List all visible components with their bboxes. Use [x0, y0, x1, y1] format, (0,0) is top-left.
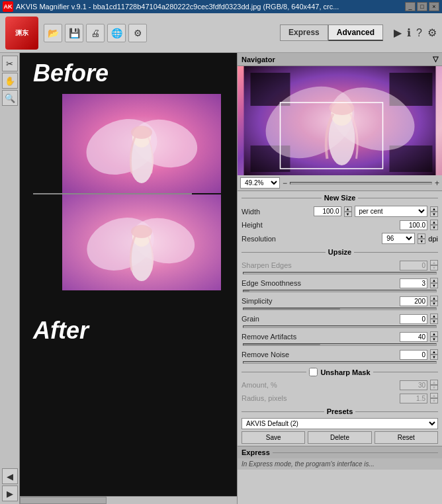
section-line-left2 — [242, 252, 326, 253]
close-button[interactable]: × — [429, 2, 439, 11]
advanced-mode-button[interactable]: Advanced — [328, 24, 383, 41]
resolution-label: Resolution — [242, 235, 379, 243]
grain-slider-row[interactable] — [238, 325, 442, 330]
crop-tool-button[interactable]: ✂ — [2, 56, 18, 71]
help-icon[interactable]: ? — [416, 27, 422, 39]
grain-spinner: ▲ ▼ — [430, 314, 438, 324]
remove-noise-input[interactable] — [400, 350, 427, 360]
zoom-bar: 49.2% − + — [238, 175, 442, 191]
simplicity-input[interactable] — [400, 296, 427, 306]
unsharp-mask-label[interactable]: Unsharp Mask — [320, 368, 370, 376]
preset-select[interactable]: AKVIS Default (2) — [242, 418, 438, 429]
info-icon[interactable]: ℹ — [407, 26, 411, 39]
simplicity-label: Simplicity — [242, 297, 397, 305]
width-spinner: ▲ ▼ — [344, 206, 352, 217]
edge-smoothness-slider-row[interactable] — [238, 290, 442, 294]
edge-smoothness-spinner: ▲ ▼ — [430, 278, 438, 288]
width-row: Width ▲ ▼ per cent ▲ ▼ — [238, 204, 442, 218]
height-input[interactable] — [400, 220, 427, 230]
pan-tool-button[interactable]: ✋ — [2, 73, 18, 89]
remove-noise-up-button[interactable]: ▲ — [430, 349, 438, 355]
sharpen-edges-label: Sharpen Edges — [242, 261, 397, 269]
grain-slider[interactable] — [243, 325, 437, 328]
edge-smoothness-slider[interactable] — [243, 290, 437, 292]
zoom-in-icon[interactable]: + — [435, 179, 439, 188]
maximize-button[interactable]: □ — [417, 2, 427, 11]
zoom-select[interactable]: 49.2% — [240, 177, 280, 189]
grain-up-button[interactable]: ▲ — [430, 314, 438, 319]
play-icon[interactable]: ▶ — [394, 26, 402, 39]
express-mode-button[interactable]: Express — [280, 24, 328, 41]
resolution-up-button[interactable]: ▲ — [418, 233, 425, 239]
zoom-tool-button[interactable]: 🔍 — [2, 90, 18, 106]
canvas-area[interactable]: Before — [20, 53, 237, 504]
save-preset-button[interactable]: Save — [242, 431, 305, 444]
remove-noise-slider[interactable] — [243, 361, 437, 364]
width-input[interactable] — [314, 206, 341, 216]
zoom-out-icon[interactable]: − — [283, 179, 287, 188]
remove-artifacts-down-button[interactable]: ▼ — [430, 337, 438, 342]
radius-up-button: ▲ — [430, 393, 438, 398]
horizontal-scrollbar[interactable] — [20, 496, 237, 504]
unit-down-button[interactable]: ▼ — [430, 212, 438, 217]
new-size-section-header: New Size — [238, 191, 442, 204]
settings-icon[interactable]: ⚙ — [128, 24, 147, 42]
minimize-button[interactable]: _ — [405, 2, 416, 11]
globe-icon[interactable]: 🌐 — [107, 24, 126, 42]
next-page-button[interactable]: ▶ — [2, 485, 18, 501]
express-description: In Express mode, the program's interface… — [238, 458, 442, 470]
height-row: Height ▲ ▼ — [238, 218, 442, 231]
remove-noise-down-button[interactable]: ▼ — [430, 355, 438, 360]
resolution-select[interactable]: 96 — [382, 233, 415, 244]
navigator-title: Navigator — [242, 56, 275, 63]
after-label: After — [20, 317, 237, 345]
unsharp-mask-checkbox[interactable] — [309, 368, 318, 376]
resolution-row: Resolution 96 ▲ ▼ dpi — [238, 231, 442, 245]
simplicity-up-button[interactable]: ▲ — [430, 296, 438, 301]
edge-smoothness-down-button[interactable]: ▼ — [430, 283, 438, 288]
navigator-collapse-icon[interactable]: ▽ — [433, 55, 438, 63]
remove-artifacts-slider-fill — [243, 344, 320, 345]
width-unit-select[interactable]: per cent — [355, 206, 428, 217]
delete-preset-button[interactable]: Delete — [308, 431, 371, 444]
sharpen-edges-input — [400, 261, 427, 271]
height-up-button[interactable]: ▲ — [430, 220, 438, 225]
remove-noise-row: Remove Noise ▲ ▼ — [238, 348, 442, 361]
edge-smoothness-input[interactable] — [400, 278, 427, 288]
grain-input[interactable] — [400, 314, 427, 324]
edge-smoothness-label: Edge Smoothness — [242, 279, 397, 287]
remove-artifacts-spinner: ▲ ▼ — [430, 331, 438, 342]
remove-artifacts-slider[interactable] — [243, 343, 437, 346]
toolbar-tools: 📂 💾 🖨 🌐 ⚙ — [44, 24, 147, 42]
width-up-button[interactable]: ▲ — [344, 206, 352, 212]
width-down-button[interactable]: ▼ — [344, 212, 352, 217]
radius-label: Radius, pixels — [242, 394, 397, 402]
remove-artifacts-slider-row[interactable] — [238, 343, 442, 348]
preferences-icon[interactable]: ⚙ — [427, 26, 437, 39]
open-file-icon[interactable]: 📂 — [44, 24, 62, 42]
unit-spinner: ▲ ▼ — [430, 206, 438, 217]
grain-down-button[interactable]: ▼ — [430, 319, 438, 324]
resolution-down-button[interactable]: ▼ — [418, 239, 425, 244]
right-panel: Navigator ▽ — [237, 53, 442, 504]
simplicity-down-button[interactable]: ▼ — [430, 301, 438, 306]
remove-artifacts-up-button[interactable]: ▲ — [430, 331, 438, 337]
simplicity-slider[interactable] — [243, 308, 437, 310]
reset-preset-button[interactable]: Reset — [375, 431, 438, 444]
new-size-label: New Size — [324, 194, 356, 202]
remove-noise-slider-row[interactable] — [238, 361, 442, 366]
edge-smoothness-up-button[interactable]: ▲ — [430, 278, 438, 283]
prev-page-button[interactable]: ◀ — [2, 468, 18, 484]
unsharp-right-line — [373, 372, 438, 372]
remove-artifacts-input[interactable] — [400, 332, 427, 342]
print-icon[interactable]: 🖨 — [86, 24, 105, 42]
tool-sidebar: ✂ ✋ 🔍 ◀ ▶ — [0, 53, 20, 504]
unit-up-button[interactable]: ▲ — [430, 206, 438, 212]
height-down-button[interactable]: ▼ — [430, 225, 438, 230]
simplicity-slider-row[interactable] — [238, 308, 442, 312]
save-file-icon[interactable]: 💾 — [65, 24, 83, 42]
zoom-slider[interactable] — [290, 182, 432, 185]
remove-artifacts-row: Remove Artifacts ▲ ▼ — [238, 330, 442, 343]
edge-smoothness-slider-fill — [243, 290, 249, 292]
navigator-preview[interactable] — [238, 66, 442, 175]
